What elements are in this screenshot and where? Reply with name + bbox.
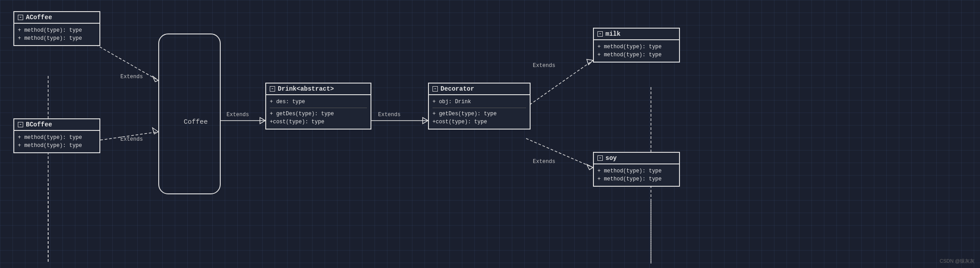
drink-minus: - bbox=[270, 86, 275, 92]
milk-method-1: + method(type): type bbox=[597, 43, 675, 51]
decorator-method-1: + getDes(type): type bbox=[432, 110, 526, 118]
drink-method-2: +cost(type): type bbox=[270, 118, 367, 126]
milk-method-2: + method(type): type bbox=[597, 51, 675, 59]
svg-marker-5 bbox=[152, 128, 158, 134]
bcoffee-box: - BCoffee + method(type): type + method(… bbox=[13, 118, 100, 153]
diagram-container: - ACoffee + method(type): type + method(… bbox=[0, 0, 980, 268]
acoffee-box: - ACoffee + method(type): type + method(… bbox=[13, 11, 100, 46]
soy-header: - soy bbox=[594, 153, 679, 164]
decorator-header: - Decorator bbox=[429, 84, 530, 95]
decorator-title: Decorator bbox=[441, 85, 474, 92]
arrows-svg bbox=[0, 0, 980, 268]
decorator-minus: - bbox=[432, 86, 438, 92]
acoffee-body: + method(type): type + method(type): typ… bbox=[14, 24, 99, 45]
bcoffee-method-2: + method(type): type bbox=[18, 142, 96, 150]
svg-marker-11 bbox=[587, 59, 593, 65]
bcoffee-header: - BCoffee bbox=[14, 119, 99, 131]
extends-label-coffee-drink: Extends bbox=[226, 112, 249, 118]
acoffee-method-2: + method(type): type bbox=[18, 34, 96, 42]
svg-marker-9 bbox=[423, 117, 428, 124]
svg-marker-13 bbox=[587, 164, 593, 170]
bcoffee-body: + method(type): type + method(type): typ… bbox=[14, 131, 99, 152]
bcoffee-title: BCoffee bbox=[26, 121, 52, 128]
extends-label-decorator-milk: Extends bbox=[533, 63, 555, 69]
watermark: CSDN @猿灰灰 bbox=[940, 258, 975, 264]
drink-method-1: + getDes(type): type bbox=[270, 110, 367, 118]
drink-field-1: + des: type bbox=[270, 98, 367, 106]
soy-body: + method(type): type + method(type): typ… bbox=[594, 164, 679, 186]
drink-body: + des: type + getDes(type): type +cost(t… bbox=[266, 95, 371, 129]
milk-box: - milk + method(type): type + method(typ… bbox=[593, 28, 680, 63]
drink-header: - Drink<abstract> bbox=[266, 84, 371, 95]
bcoffee-method-1: + method(type): type bbox=[18, 134, 96, 142]
soy-box: - soy + method(type): type + method(type… bbox=[593, 152, 680, 187]
decorator-field-1: + obj: Drink bbox=[432, 98, 526, 106]
soy-title: soy bbox=[605, 155, 617, 162]
acoffee-minus: - bbox=[18, 15, 23, 20]
drink-box: - Drink<abstract> + des: type + getDes(t… bbox=[265, 83, 371, 130]
drink-title: Drink<abstract> bbox=[278, 85, 334, 92]
milk-header: - milk bbox=[594, 29, 679, 40]
extends-label-bcoffee: Extends bbox=[120, 136, 143, 142]
decorator-method-2: +cost(type): type bbox=[432, 118, 526, 126]
acoffee-method-1: + method(type): type bbox=[18, 26, 96, 34]
extends-label-drink-decorator: Extends bbox=[378, 112, 400, 118]
svg-marker-7 bbox=[260, 117, 265, 124]
coffee-container bbox=[158, 34, 221, 194]
acoffee-header: - ACoffee bbox=[14, 12, 99, 24]
svg-marker-3 bbox=[152, 76, 158, 82]
milk-body: + method(type): type + method(type): typ… bbox=[594, 40, 679, 62]
decorator-box: - Decorator + obj: Drink + getDes(type):… bbox=[428, 83, 531, 130]
extends-label-decorator-soy: Extends bbox=[533, 159, 555, 165]
soy-method-1: + method(type): type bbox=[597, 167, 675, 175]
acoffee-title: ACoffee bbox=[26, 14, 52, 21]
milk-minus: - bbox=[597, 31, 603, 37]
coffee-label: Coffee bbox=[184, 118, 208, 126]
bcoffee-minus: - bbox=[18, 122, 23, 127]
decorator-body: + obj: Drink + getDes(type): type +cost(… bbox=[429, 95, 530, 129]
soy-method-2: + method(type): type bbox=[597, 175, 675, 183]
milk-title: milk bbox=[605, 30, 621, 38]
extends-label-acoffee: Extends bbox=[120, 74, 143, 80]
soy-minus: - bbox=[597, 155, 603, 161]
